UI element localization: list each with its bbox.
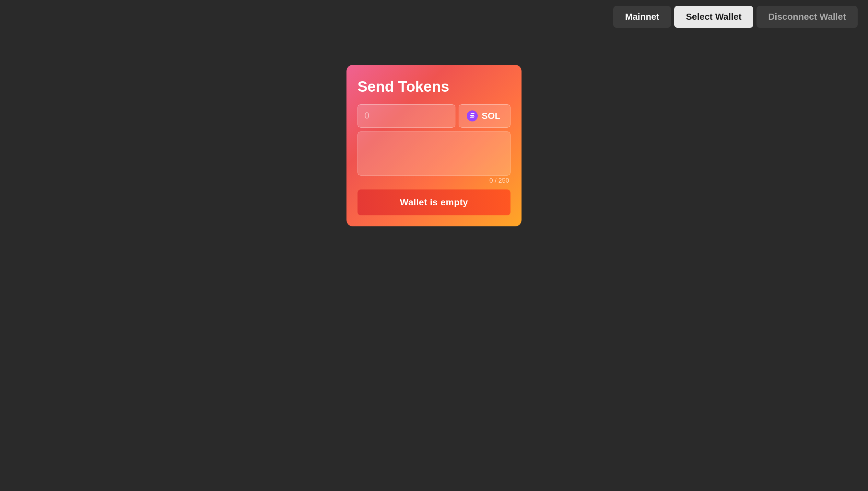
send-tokens-card: Send Tokens SOL 0 / 250 Wallet: [347, 65, 521, 226]
disconnect-wallet-button[interactable]: Disconnect Wallet: [757, 6, 858, 28]
send-tokens-card-wrapper: Send Tokens SOL 0 / 250 Wallet: [347, 65, 521, 226]
top-navigation: Mainnet Select Wallet Disconnect Wallet: [613, 6, 858, 28]
amount-input[interactable]: [364, 111, 449, 121]
token-selector[interactable]: SOL: [459, 104, 511, 127]
amount-input-wrapper[interactable]: [357, 104, 455, 127]
message-textarea[interactable]: [364, 138, 504, 170]
amount-row: SOL: [357, 104, 511, 127]
token-label: SOL: [482, 111, 500, 121]
sol-icon: [467, 111, 478, 121]
char-count: 0 / 250: [357, 177, 511, 184]
card-title: Send Tokens: [357, 78, 511, 95]
message-area-wrapper[interactable]: [357, 132, 511, 176]
mainnet-button[interactable]: Mainnet: [613, 6, 671, 28]
send-button[interactable]: Wallet is empty: [357, 190, 511, 215]
select-wallet-button[interactable]: Select Wallet: [674, 6, 753, 28]
